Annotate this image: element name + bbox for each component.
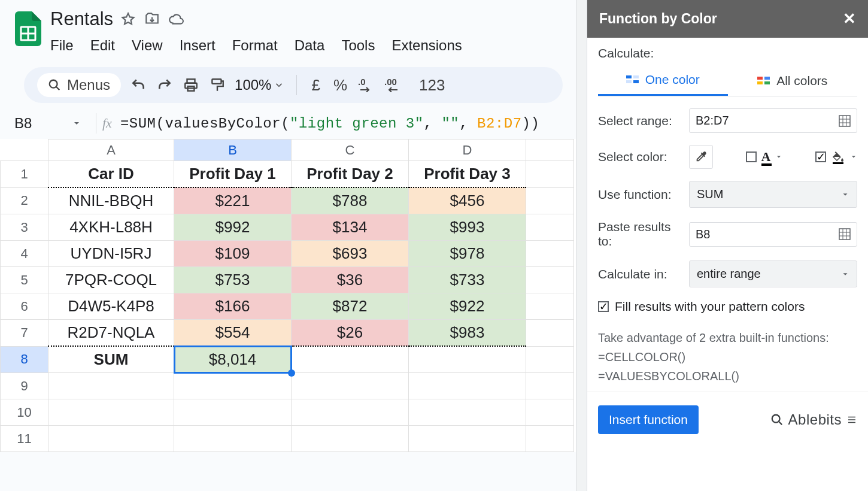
range-picker-icon[interactable] — [839, 115, 851, 127]
row-header-3[interactable]: 3 — [1, 214, 48, 241]
extra-function-valuesbycolorall[interactable]: =VALUESBYCOLORALL() — [598, 366, 857, 386]
star-icon[interactable] — [120, 11, 136, 27]
text-color-option[interactable]: A — [746, 149, 783, 165]
menu-insert[interactable]: Insert — [180, 37, 216, 54]
data-cell[interactable]: $733 — [409, 267, 526, 293]
empty-cell[interactable] — [48, 373, 174, 399]
data-cell[interactable]: $36 — [292, 267, 409, 293]
increase-decimals-button[interactable]: .00 — [384, 76, 408, 94]
empty-cell[interactable] — [409, 373, 526, 399]
col-header-B[interactable]: B — [174, 140, 292, 161]
data-cell[interactable]: $922 — [409, 293, 526, 320]
empty-cell[interactable] — [48, 426, 174, 452]
data-cell[interactable]: $978 — [409, 241, 526, 267]
range-picker-icon[interactable] — [839, 228, 851, 240]
col-header-D[interactable]: D — [409, 140, 526, 161]
extra-function-cellcolor[interactable]: =CELLCOLOR() — [598, 347, 857, 366]
row-header-8[interactable]: 8 — [1, 346, 48, 373]
fill-color-option[interactable] — [815, 150, 857, 164]
empty-cell[interactable] — [174, 426, 292, 452]
tab-one-color[interactable]: One color — [598, 66, 728, 96]
data-cell[interactable]: $693 — [292, 241, 409, 267]
data-cell[interactable]: $788 — [292, 187, 409, 214]
paint-format-button[interactable] — [208, 76, 226, 94]
data-cell[interactable]: $166 — [174, 293, 292, 320]
row-header-6[interactable]: 6 — [1, 293, 48, 320]
document-title[interactable]: Rentals — [50, 8, 113, 30]
selected-cell[interactable]: $8,014 — [174, 346, 292, 373]
move-icon[interactable] — [144, 11, 160, 27]
table-header[interactable]: Profit Day 3 — [409, 161, 526, 188]
decrease-decimals-button[interactable]: .0 — [358, 76, 376, 94]
empty-cell[interactable] — [292, 373, 409, 399]
empty-cell[interactable] — [292, 426, 409, 452]
car-id-cell[interactable]: UYDN-I5RJ — [48, 241, 174, 267]
table-header[interactable]: Car ID — [48, 161, 174, 188]
chevron-down-icon[interactable] — [775, 153, 782, 160]
empty-cell[interactable] — [48, 399, 174, 426]
print-button[interactable] — [182, 76, 200, 94]
empty-cell[interactable] — [174, 373, 292, 399]
ablebits-brand[interactable]: Ablebits — [770, 411, 857, 428]
fill-results-checkbox-row[interactable]: Fill results with your pattern colors — [598, 299, 857, 314]
empty-cell[interactable] — [174, 399, 292, 426]
data-cell[interactable]: $983 — [409, 320, 526, 347]
car-id-cell[interactable]: NNIL-BBQH — [48, 187, 174, 214]
fill-results-checkbox[interactable] — [598, 301, 609, 312]
select-range-input[interactable]: B2:D7 — [689, 108, 857, 133]
undo-button[interactable] — [129, 76, 147, 94]
data-cell[interactable]: $993 — [409, 214, 526, 241]
color-picker-eyedropper[interactable] — [689, 145, 713, 169]
table-header[interactable]: Profit Day 2 — [292, 161, 409, 188]
car-id-cell[interactable]: 4XKH-L88H — [48, 214, 174, 241]
close-icon[interactable]: ✕ — [843, 10, 856, 28]
use-function-dropdown[interactable]: SUM — [689, 181, 857, 208]
row-header-10[interactable]: 10 — [1, 399, 48, 426]
data-cell[interactable]: $221 — [174, 187, 292, 214]
menu-edit[interactable]: Edit — [90, 37, 115, 54]
fill-color-checkbox[interactable] — [815, 151, 826, 162]
data-cell[interactable]: $992 — [174, 214, 292, 241]
number-format-button[interactable]: 123 — [417, 76, 447, 95]
empty-cell[interactable] — [292, 399, 409, 426]
data-cell[interactable]: $109 — [174, 241, 292, 267]
spreadsheet-grid[interactable]: ABCD1Car IDProfit Day 1Profit Day 2Profi… — [0, 139, 576, 452]
row-header-4[interactable]: 4 — [1, 241, 48, 267]
text-color-checkbox[interactable] — [746, 151, 757, 162]
row-header-2[interactable]: 2 — [1, 187, 48, 214]
table-header[interactable]: Profit Day 1 — [174, 161, 292, 188]
data-cell[interactable]: $753 — [174, 267, 292, 293]
hamburger-icon[interactable] — [846, 414, 857, 425]
menu-view[interactable]: View — [132, 37, 163, 54]
formula-input[interactable]: =SUM(valuesByColor("light green 3", "", … — [120, 116, 539, 132]
col-header-C[interactable]: C — [292, 140, 409, 161]
tab-all-colors[interactable]: All colors — [728, 66, 858, 96]
car-id-cell[interactable]: 7PQR-COQL — [48, 267, 174, 293]
percent-button[interactable]: % — [331, 76, 350, 95]
empty-cell[interactable] — [409, 399, 526, 426]
sum-label-cell[interactable]: SUM — [48, 346, 174, 373]
currency-button[interactable]: £ — [309, 76, 322, 95]
row-header-1[interactable]: 1 — [1, 161, 48, 188]
insert-function-button[interactable]: Insert function — [598, 405, 699, 434]
row-header-11[interactable]: 11 — [1, 426, 48, 452]
menu-data[interactable]: Data — [295, 37, 325, 54]
row-header-7[interactable]: 7 — [1, 320, 48, 347]
data-cell[interactable]: $456 — [409, 187, 526, 214]
row-header-9[interactable]: 9 — [1, 373, 48, 399]
redo-button[interactable] — [156, 76, 174, 94]
selection-handle[interactable] — [288, 369, 295, 377]
data-cell[interactable]: $554 — [174, 320, 292, 347]
car-id-cell[interactable]: R2D7-NQLA — [48, 320, 174, 347]
menu-tools[interactable]: Tools — [341, 37, 375, 54]
empty-cell[interactable] — [409, 426, 526, 452]
chevron-down-icon[interactable] — [850, 153, 857, 160]
calculate-in-dropdown[interactable]: entire range — [689, 260, 857, 287]
data-cell[interactable]: $26 — [292, 320, 409, 347]
menu-file[interactable]: File — [50, 37, 74, 54]
cloud-status-icon[interactable] — [168, 11, 184, 27]
paste-results-input[interactable]: B8 — [689, 222, 857, 247]
car-id-cell[interactable]: D4W5-K4P8 — [48, 293, 174, 320]
col-header-A[interactable]: A — [48, 140, 174, 161]
menu-format[interactable]: Format — [232, 37, 278, 54]
